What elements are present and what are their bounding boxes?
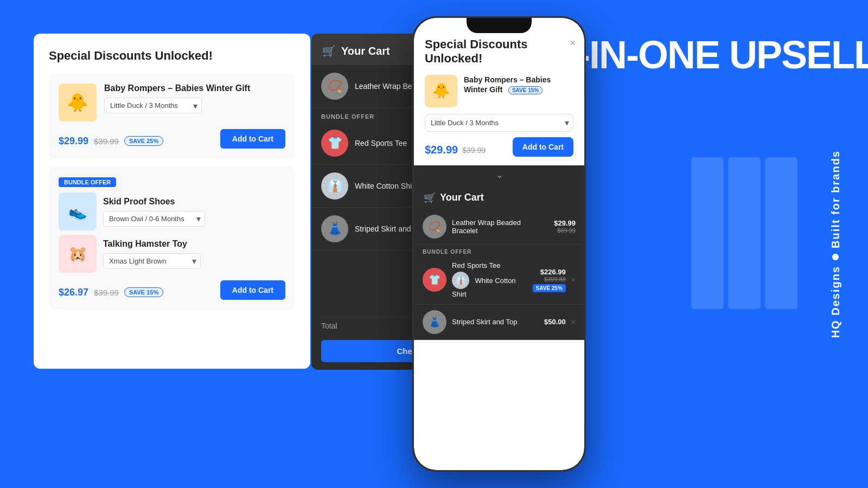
cart-item-img-red-tee: 👕 [321, 130, 348, 157]
cart-item-img-striped: 👗 [321, 215, 348, 242]
phone-mockup: × Special DiscountsUnlocked! 🐥 Baby Romp… [412, 16, 586, 472]
cart-item-img-white-shirt: 👔 [321, 172, 348, 200]
save-badge-1: SAVE 25% [124, 136, 163, 146]
price-original-1: $39.99 [94, 137, 119, 146]
cart-title: Your Cart [341, 45, 390, 57]
price-action-row-1: $29.99 $39.99 SAVE 25% Add to Cart [59, 129, 285, 149]
phone-price-bracelet: $29.99 [554, 219, 576, 227]
blue-rectangles [691, 157, 797, 309]
bundle-info-2: Talking Hamster Toy Xmas Light Brown Xma… [103, 239, 201, 269]
product-name-1: Baby Rompers – Babies Winter Gift [104, 84, 250, 93]
bundle-card: BUNDLE OFFER 👟 Skid Proof Shoes Brown Ow… [49, 167, 295, 310]
product-card-1: 🐥 Baby Rompers – Babies Winter Gift Litt… [49, 74, 295, 158]
phone-bundle-label: BUNDLE OFFER [414, 245, 584, 256]
product-variant-1-wrapper[interactable]: Little Duck / 3 Months Little Duck / 6 M… [104, 98, 202, 113]
blue-rect-1 [691, 157, 724, 309]
product-img-1: 🐥 [59, 84, 97, 121]
phone-product-row: 🐥 Baby Rompers – Babies Winter Gift SAVE… [425, 75, 573, 107]
bundle-product-row-2: 🐹 Talking Hamster Toy Xmas Light Brown X… [59, 235, 285, 273]
cart-icon: 🛒 [322, 44, 336, 57]
phone-divider: ⌄ [414, 165, 584, 184]
phone-cart-section: 🛒 Your Cart 📿 Leather Wrap Beaded Bracel… [414, 184, 584, 340]
bundle-variant-2-select[interactable]: Xmas Light Brown Xmas Dark Brown [103, 253, 201, 269]
phone-save-cart-badge: SAVE 25% [533, 284, 566, 292]
left-panel: Special Discounts Unlocked! 🐥 Baby Rompe… [34, 34, 310, 369]
chevron-down-icon: ⌄ [496, 170, 503, 180]
sidebar-text-brands: Built for brands [829, 150, 842, 248]
sidebar-text-hq: HQ Designs [829, 266, 842, 338]
phone-price-row: $29.99 $39.99 [425, 144, 486, 156]
bundle-product-row-1: 👟 Skid Proof Shoes Brown Owl / 0-6 Month… [59, 192, 285, 230]
price-original-bundle: $39.99 [94, 288, 119, 297]
phone-cart-item-red-tee: 👕 Red Sports Tee 👔 White Cotton Shirt $2… [414, 256, 584, 305]
phone-cart-name-red-tee: Red Sports Tee [452, 261, 525, 269]
save-badge-bundle: SAVE 15% [124, 287, 163, 297]
phone-original-red-tee: $399.88 [531, 276, 566, 282]
phone-cart-img-bracelet: 📿 [423, 215, 446, 239]
price-row-1: $29.99 $39.99 SAVE 25% [59, 136, 163, 147]
bundle-name-1: Skid Proof Shoes [103, 197, 205, 207]
phone-close-btn[interactable]: × [570, 37, 576, 49]
add-to-cart-btn-bundle[interactable]: Add to Cart [220, 280, 285, 300]
phone-price-current: $29.99 [425, 144, 458, 156]
phone-product-img: 🐥 [425, 75, 457, 107]
phone-action-row: $29.99 $39.99 Add to Cart [425, 137, 573, 157]
bundle-name-2: Talking Hamster Toy [103, 239, 201, 249]
sidebar-dot [832, 254, 839, 260]
phone-original-bracelet: $69.99 [554, 227, 576, 234]
phone-cart-title: Your Cart [440, 192, 484, 203]
bundle-info-1: Skid Proof Shoes Brown Owl / 0-6 Months … [103, 197, 205, 227]
phone-cart-price-bracelet: $29.99 $69.99 [554, 219, 576, 234]
blue-rect-3 [765, 157, 797, 309]
phone-notch [467, 18, 532, 33]
phone-cart-remove-bundle[interactable]: × [571, 275, 576, 284]
price-row-bundle: $26.97 $39.99 SAVE 15% [59, 287, 163, 298]
phone-save-badge: SAVE 15% [508, 86, 542, 94]
cart-item-name-red-tee: Red Sports Tee [355, 139, 407, 147]
price-action-row-bundle: $26.97 $39.99 SAVE 15% Add to Cart [59, 280, 285, 300]
bundle-img-1: 👟 [59, 192, 97, 230]
phone-screen: × Special DiscountsUnlocked! 🐥 Baby Romp… [414, 18, 584, 470]
phone-price-striped: $50.00 [544, 318, 566, 326]
phone-product-info: Baby Rompers – Babies Winter Gift SAVE 1… [464, 75, 573, 94]
phone-price-original: $39.99 [462, 146, 486, 155]
bundle-variant-1-wrapper[interactable]: Brown Owl / 0-6 Months Brown Owl / 6-12 … [103, 211, 205, 227]
price-current-bundle: $26.97 [59, 287, 88, 298]
phone-cart-img-striped: 👗 [423, 310, 446, 334]
blue-rect-2 [728, 157, 761, 309]
cart-item-img-bracelet: 📿 [321, 73, 348, 100]
phone-cart-info-bracelet: Leather Wrap Beaded Bracelet [452, 219, 548, 235]
background-sidebar: Built for brands HQ Designs [803, 0, 868, 488]
phone-price-red-tee: $226.99 [531, 268, 566, 276]
phone-cart-info-red-tee: Red Sports Tee 👔 White Cotton Shirt [452, 261, 525, 299]
bundle-variant-2-wrapper[interactable]: Xmas Light Brown Xmas Dark Brown ▾ [103, 253, 201, 269]
product-row-1: 🐥 Baby Rompers – Babies Winter Gift Litt… [59, 84, 285, 121]
phone-cart-img-white-shirt: 👔 [452, 272, 469, 289]
phone-cart-remove-striped[interactable]: × [571, 318, 576, 326]
phone-cart-img-red-tee: 👕 [423, 268, 446, 292]
bundle-badge: BUNDLE OFFER [59, 177, 116, 187]
phone-cart-name-bracelet: Leather Wrap Beaded Bracelet [452, 219, 548, 235]
product-info-1: Baby Rompers – Babies Winter Gift Little… [104, 84, 250, 113]
total-label: Total [321, 322, 337, 330]
phone-select-wrapper[interactable]: Little Duck / 3 Months Little Duck / 6 M… [425, 114, 573, 132]
price-current-1: $29.99 [59, 136, 88, 147]
phone-cart-item-striped: 👗 Striped Skirt and Top $50.00 × [414, 305, 584, 340]
cart-header-left: 🛒 Your Cart [322, 44, 390, 57]
phone-variant-select[interactable]: Little Duck / 3 Months Little Duck / 6 M… [425, 114, 573, 132]
add-to-cart-btn-1[interactable]: Add to Cart [220, 129, 285, 149]
left-panel-title: Special Discounts Unlocked! [49, 49, 295, 63]
phone-top-section: × Special DiscountsUnlocked! 🐥 Baby Romp… [414, 18, 584, 165]
bundle-products: 👟 Skid Proof Shoes Brown Owl / 0-6 Month… [59, 192, 285, 273]
phone-add-to-cart-btn[interactable]: Add to Cart [513, 137, 573, 157]
phone-cart-item-bracelet: 📿 Leather Wrap Beaded Bracelet $29.99 $6… [414, 209, 584, 245]
phone-shell: × Special DiscountsUnlocked! 🐥 Baby Romp… [412, 16, 586, 472]
bundle-img-2: 🐹 [59, 235, 97, 273]
phone-cart-info-striped: Striped Skirt and Top [452, 318, 539, 326]
cart-item-name-white-shirt: White Cotton Shirt [355, 182, 417, 190]
product-variant-1-select[interactable]: Little Duck / 3 Months Little Duck / 6 M… [104, 98, 202, 113]
bundle-variant-1-select[interactable]: Brown Owl / 0-6 Months Brown Owl / 6-12 … [103, 211, 205, 227]
phone-cart-header: 🛒 Your Cart [414, 184, 584, 209]
phone-panel-title: Special DiscountsUnlocked! [425, 37, 544, 66]
phone-cart-price-red-tee: $226.99 $399.88 SAVE 25% [531, 268, 566, 292]
